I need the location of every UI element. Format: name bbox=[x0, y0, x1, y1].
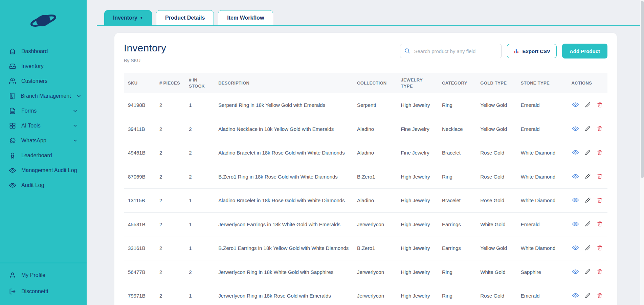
cell-category: Ring bbox=[438, 165, 476, 189]
cell-actions bbox=[568, 189, 607, 213]
view-button[interactable] bbox=[572, 172, 579, 180]
sidebar-item-ai-tools[interactable]: AI Tools bbox=[0, 118, 87, 133]
inventory-table: SKU # PIECES # IN STOCK DESCRIPTION COLL… bbox=[124, 73, 607, 305]
sidebar-item-label: My Profile bbox=[21, 272, 45, 278]
cell-actions bbox=[568, 236, 607, 260]
cell-gold-type: Rose Gold bbox=[476, 189, 516, 213]
edit-button[interactable] bbox=[584, 244, 591, 251]
view-button[interactable] bbox=[572, 196, 579, 204]
edit-button[interactable] bbox=[584, 197, 591, 204]
search-input[interactable] bbox=[400, 44, 502, 58]
tab-inventory[interactable]: Inventory ▼ bbox=[104, 10, 152, 25]
cell-description: Jerwerlycon Ring in 18k Rose Gold with E… bbox=[214, 284, 353, 305]
delete-button[interactable] bbox=[596, 149, 603, 156]
chart-icon bbox=[513, 48, 519, 54]
edit-button[interactable] bbox=[584, 220, 591, 227]
delete-button[interactable] bbox=[596, 125, 603, 132]
cell-stone-type: Sapphire bbox=[517, 260, 568, 284]
delete-button[interactable] bbox=[596, 244, 603, 251]
pencil-icon bbox=[585, 269, 591, 274]
cell-collection: Jerwerlycon bbox=[353, 260, 397, 284]
cell-collection: B.Zero1 bbox=[353, 165, 397, 189]
tab-product-details[interactable]: Product Details bbox=[156, 10, 214, 25]
delete-button[interactable] bbox=[596, 220, 603, 227]
sidebar-item-label: Audit Log bbox=[21, 182, 44, 188]
cell-sku: 87069B bbox=[124, 165, 155, 189]
sidebar-item-label: Dashboard bbox=[21, 48, 48, 54]
export-csv-button[interactable]: Export CSV bbox=[507, 44, 557, 58]
cell-gold-type: White Gold bbox=[476, 212, 516, 236]
cell-collection: B.Zero1 bbox=[353, 236, 397, 260]
cell-in-stock: 1 bbox=[185, 284, 214, 305]
header-in-stock: # IN STOCK bbox=[185, 73, 214, 93]
add-product-label: Add Product bbox=[570, 48, 600, 54]
view-button[interactable] bbox=[572, 148, 579, 156]
cell-sku: 79971B bbox=[124, 284, 155, 305]
edit-button[interactable] bbox=[584, 149, 591, 156]
trash-icon bbox=[597, 293, 602, 298]
pencil-icon bbox=[585, 221, 591, 227]
cell-stone-type: White Diamond bbox=[517, 165, 568, 189]
delete-button[interactable] bbox=[596, 197, 603, 204]
cell-gold-type: Yellow Gold bbox=[476, 117, 516, 141]
sidebar-item-forms[interactable]: Forms bbox=[0, 103, 87, 118]
sidebar-item-dashboard[interactable]: Dashboard bbox=[0, 44, 87, 59]
cell-actions bbox=[568, 260, 607, 284]
main-content: Inventory ▼ Product Details Item Workflo… bbox=[87, 10, 644, 305]
sidebar-item-inventory[interactable]: Inventory bbox=[0, 59, 87, 74]
cell-jewelry-type: Fine Jewelry bbox=[397, 141, 438, 165]
edit-button[interactable] bbox=[584, 292, 591, 299]
cell-in-stock: 1 bbox=[185, 212, 214, 236]
logout-icon bbox=[9, 288, 16, 295]
view-button[interactable] bbox=[572, 268, 579, 276]
sidebar-item-whatsapp[interactable]: WhatsApp bbox=[0, 133, 87, 148]
edit-button[interactable] bbox=[584, 101, 591, 108]
cell-pieces: 2 bbox=[155, 165, 185, 189]
edit-button[interactable] bbox=[584, 173, 591, 180]
sidebar-item-audit-log[interactable]: Audit Log bbox=[0, 178, 87, 193]
sidebar-item-leaderboard[interactable]: Leaderboard bbox=[0, 148, 87, 163]
page-title: Inventory bbox=[124, 42, 166, 54]
view-button[interactable] bbox=[572, 244, 579, 252]
sidebar-item-my-profile[interactable]: My Profile bbox=[0, 267, 87, 283]
sidebar-item-label: Inventory bbox=[21, 63, 44, 69]
edit-button[interactable] bbox=[584, 268, 591, 275]
cell-collection: Aladino bbox=[353, 141, 397, 165]
search-box bbox=[400, 44, 502, 58]
view-button[interactable] bbox=[572, 291, 579, 299]
delete-button[interactable] bbox=[596, 268, 603, 275]
scrollbar[interactable] bbox=[640, 0, 644, 305]
cell-gold-type: Yellow Gold bbox=[476, 236, 516, 260]
scrollbar-thumb[interactable] bbox=[641, 1, 644, 178]
trash-icon bbox=[597, 269, 602, 274]
cell-category: Earrings bbox=[438, 212, 476, 236]
sidebar-item-logout[interactable]: Disconnetti bbox=[0, 283, 87, 300]
award-icon bbox=[9, 152, 16, 159]
eye-icon bbox=[572, 268, 579, 275]
trash-icon bbox=[597, 150, 602, 155]
table-row: 33161B 2 1 B.Zero1 Earrings in 18k Yello… bbox=[124, 236, 607, 260]
panel-heading: Inventory By SKU bbox=[124, 42, 166, 63]
cell-sku: 49461B bbox=[124, 141, 155, 165]
sidebar-item-management-audit-log[interactable]: Management Audit Log bbox=[0, 163, 87, 178]
chevron-down-icon bbox=[76, 93, 82, 99]
panel-controls: Export CSV Add Product bbox=[400, 44, 607, 58]
sidebar-item-branch-management[interactable]: Branch Management bbox=[0, 89, 87, 103]
delete-button[interactable] bbox=[596, 173, 603, 180]
view-button[interactable] bbox=[572, 125, 579, 133]
add-product-button[interactable]: Add Product bbox=[562, 44, 607, 58]
cell-collection: Aladino bbox=[353, 189, 397, 213]
edit-button[interactable] bbox=[584, 125, 591, 132]
cell-gold-type: White Gold bbox=[476, 260, 516, 284]
cell-category: Bracelet bbox=[438, 189, 476, 213]
delete-button[interactable] bbox=[596, 292, 603, 299]
tab-item-workflow[interactable]: Item Workflow bbox=[218, 10, 273, 25]
cell-stone-type: Emerald bbox=[517, 212, 568, 236]
cell-sku: 56477B bbox=[124, 260, 155, 284]
delete-button[interactable] bbox=[596, 101, 603, 108]
view-button[interactable] bbox=[572, 220, 579, 228]
export-csv-label: Export CSV bbox=[522, 48, 550, 54]
view-button[interactable] bbox=[572, 101, 579, 109]
sidebar-item-customers[interactable]: Customers bbox=[0, 74, 87, 89]
header-gold-type: GOLD TYPE bbox=[476, 73, 516, 93]
